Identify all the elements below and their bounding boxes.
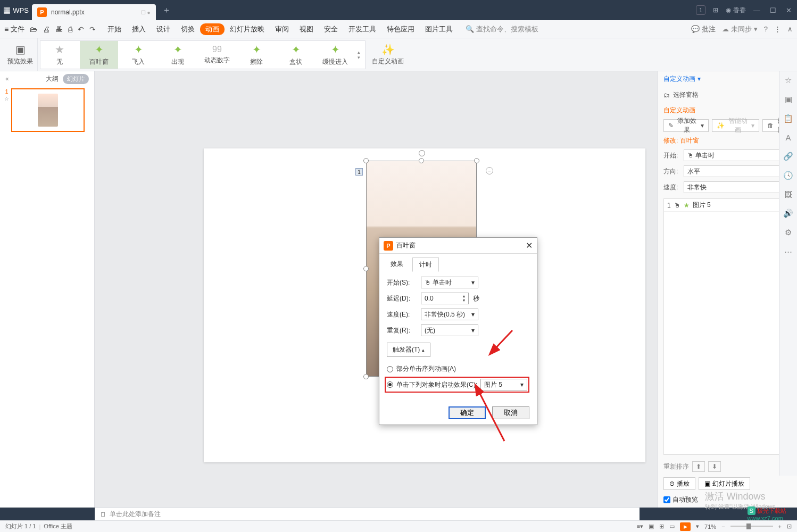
help-icon[interactable]: ? — [764, 25, 768, 33]
notification-badge[interactable]: 1 — [696, 5, 705, 15]
notes-bar[interactable]: 🗒 单击此处添加备注 — [95, 508, 640, 520]
zoom-out-icon[interactable]: − — [721, 523, 725, 530]
collapse-icon[interactable]: − — [486, 167, 493, 174]
tab-start[interactable]: 开始 — [102, 24, 127, 34]
tool-icon[interactable]: 🕓 — [783, 171, 793, 180]
resize-handle-tl[interactable] — [363, 158, 369, 163]
tab-insert[interactable]: 插入 — [127, 24, 151, 34]
tab-effect[interactable]: 效果 — [384, 257, 410, 271]
document-tab[interactable]: P normal.pptx ☐ ● — [32, 4, 156, 20]
anim-flyin[interactable]: ✦飞入 — [119, 41, 157, 69]
outline-tab[interactable]: 大纲 — [46, 74, 59, 84]
image-icon[interactable]: 🖼 — [784, 190, 792, 199]
settings-icon[interactable]: ⚙ — [785, 228, 792, 237]
minimize-button[interactable]: — — [753, 6, 760, 14]
sorter-view-icon[interactable]: ⊞ — [659, 523, 664, 530]
slideshow-button[interactable]: ▣ 幻灯片播放 — [699, 477, 750, 490]
redo-icon[interactable]: ↷ — [89, 25, 96, 34]
gallery-more[interactable]: ▴▾ — [355, 47, 365, 62]
play-button[interactable]: ⊙ 播放 — [663, 477, 695, 490]
trigger-button[interactable]: 触发器(T) ▴ — [387, 343, 430, 357]
reading-view-icon[interactable]: ▭ — [669, 523, 675, 530]
sound-icon[interactable]: 🔊 — [783, 209, 793, 218]
file-menu[interactable]: 文件 — [11, 24, 24, 34]
preview-icon[interactable]: ⎙ — [68, 25, 72, 34]
slides-tab[interactable]: 幻灯片 — [63, 74, 89, 84]
more-icon[interactable]: ⋮ — [774, 25, 781, 33]
delay-input[interactable]: 0.0▴▾ — [421, 293, 469, 304]
normal-view-icon[interactable]: ▣ — [649, 523, 654, 530]
fit-icon[interactable]: ⊡ — [787, 523, 792, 530]
anim-blinds[interactable]: ✦百叶窗 — [80, 41, 118, 69]
add-effect-button[interactable]: ✎ 添加效果 ▾ — [663, 119, 709, 132]
text-a-icon[interactable]: A — [785, 133, 791, 142]
resize-handle-tr[interactable] — [474, 158, 479, 163]
favorite-icon[interactable]: ☆ — [785, 76, 792, 85]
save-icon[interactable]: 🖨 — [43, 25, 50, 34]
anim-numbers[interactable]: 99动态数字 — [198, 41, 236, 69]
start-select[interactable]: 🖱 单击时▾ — [684, 149, 792, 161]
repeat-select[interactable]: (无)▾ — [421, 325, 478, 336]
auto-preview-checkbox[interactable] — [663, 496, 670, 503]
smart-anim-button[interactable]: ✨ 智能动画 ▾ — [712, 119, 759, 132]
direction-select[interactable]: 水平▾ — [684, 165, 792, 177]
tab-slideshow[interactable]: 幻灯片放映 — [225, 24, 270, 34]
speed-select[interactable]: 非常快(0.5 秒)▾ — [421, 309, 478, 320]
tab-options-icon[interactable]: ☐ ● — [141, 10, 151, 15]
maximize-button[interactable]: ☐ — [770, 6, 776, 14]
custom-animation-button[interactable]: ✨ 自定义动画 — [368, 38, 408, 71]
move-down-button[interactable]: ⬇ — [708, 461, 721, 472]
slideshow-button[interactable]: ▶ — [680, 522, 691, 531]
tab-animation[interactable]: 动画 — [200, 23, 225, 35]
anim-appear[interactable]: ✦出现 — [159, 41, 197, 69]
tab-picture-tools[interactable]: 图片工具 — [420, 24, 458, 34]
link-icon[interactable]: 🔗 — [783, 152, 793, 161]
tab-design[interactable]: 设计 — [151, 24, 176, 34]
cancel-button[interactable]: 取消 — [492, 406, 529, 419]
zoom-in-icon[interactable]: + — [778, 523, 782, 530]
anim-box[interactable]: ✦盒状 — [277, 41, 315, 69]
radio-click-object[interactable]: 单击下列对象时启动效果(C): 图片 5▾ — [385, 377, 529, 393]
sync-status[interactable]: ☁ 未同步 ▾ — [722, 24, 758, 34]
user-avatar[interactable]: ◉ 香香 — [726, 6, 746, 15]
tab-security[interactable]: 安全 — [319, 24, 343, 34]
resize-handle-ml[interactable] — [363, 266, 369, 271]
move-up-button[interactable]: ⬆ — [692, 461, 705, 472]
comment-button[interactable]: 💬 批注 — [691, 24, 716, 34]
animation-list-item[interactable]: 1 🖱 ★ 图片 5 ▾ — [664, 199, 791, 212]
anim-wipe[interactable]: ✦擦除 — [237, 41, 276, 69]
clipboard-icon[interactable]: 📋 — [783, 114, 793, 123]
trigger-object-select[interactable]: 图片 5▾ — [480, 379, 527, 390]
new-tab-button[interactable]: ＋ — [159, 3, 174, 18]
hamburger-icon[interactable]: ≡ — [4, 25, 9, 34]
speed-select[interactable]: 非常快▾ — [684, 181, 792, 193]
anim-none[interactable]: ★无 — [40, 41, 79, 69]
tab-featured[interactable]: 特色应用 — [381, 24, 420, 34]
selection-pane-button[interactable]: 🗂选择窗格 — [658, 86, 797, 104]
radio-sequence[interactable]: 部分单击序列动画(A) — [387, 364, 529, 373]
open-icon[interactable]: 🗁 — [30, 25, 37, 34]
tab-devtools[interactable]: 开发工具 — [343, 24, 381, 34]
rotation-handle[interactable] — [419, 150, 425, 156]
more-icon[interactable]: ⋯ — [784, 247, 792, 256]
view-menu-icon[interactable]: ≡▾ — [637, 523, 643, 530]
undo-icon[interactable]: ↶ — [78, 25, 84, 34]
close-button[interactable]: ✕ — [786, 6, 792, 14]
ok-button[interactable]: 确定 — [449, 406, 486, 419]
tab-transition[interactable]: 切换 — [176, 24, 200, 34]
tab-timing[interactable]: 计时 — [412, 257, 439, 272]
anim-slowin[interactable]: ✦缓慢进入 — [316, 41, 354, 69]
slide-thumbnail[interactable] — [11, 88, 85, 132]
print-icon[interactable]: 🖶 — [55, 25, 63, 34]
shape-icon[interactable]: ▣ — [785, 95, 792, 104]
start-select[interactable]: 🖱 单击时▾ — [421, 277, 478, 288]
dialog-close-button[interactable]: ✕ — [526, 240, 533, 251]
tab-view[interactable]: 视图 — [294, 24, 319, 34]
collapse-panel-icon[interactable]: « — [5, 75, 9, 82]
resize-handle-bl[interactable] — [363, 374, 369, 379]
resize-handle-tm[interactable] — [419, 158, 424, 163]
collapse-ribbon-icon[interactable]: ∧ — [787, 25, 793, 33]
tab-review[interactable]: 审阅 — [270, 24, 294, 34]
zoom-slider[interactable] — [730, 526, 773, 527]
search-box[interactable]: 🔍 查找命令、搜索模板 — [466, 24, 538, 34]
